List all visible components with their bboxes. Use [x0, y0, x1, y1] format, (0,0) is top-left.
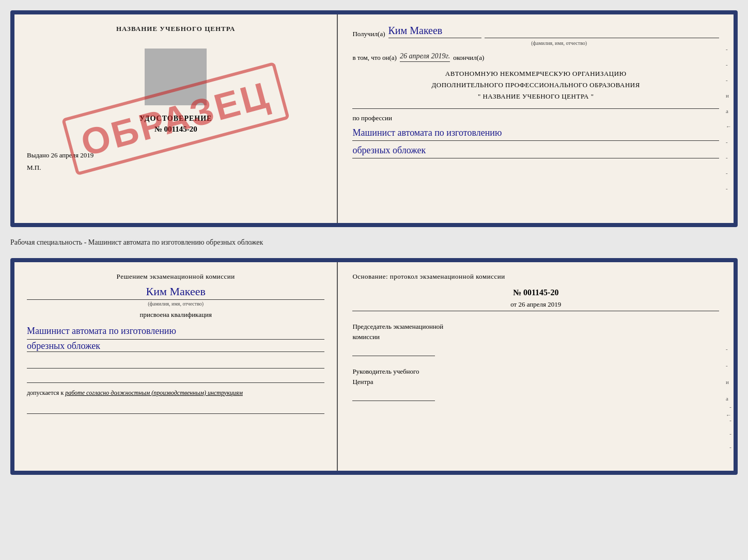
recipient-name-bottom: Ким Макеев [27, 285, 324, 298]
qual-line-2: обрезных обложек [27, 341, 324, 352]
poluchil-label: Получил(а) [352, 30, 385, 38]
ot-label: от [510, 300, 517, 308]
vydano-label: Выдано [27, 151, 49, 159]
po-professii-label: по профессии [352, 114, 719, 122]
bottom-marks-right: ---- [729, 404, 731, 450]
recipient-name-top: Ким Макеев [388, 25, 481, 38]
dopuskaetsya-label: допускается к [27, 389, 64, 396]
ot-date-value: 26 апреля 2019 [518, 300, 561, 308]
udostoverenie-number: № 001145-20 [154, 125, 197, 134]
org-line-1: АВТОНОМНУЮ НЕКОММЕРЧЕСКУЮ ОРГАНИЗАЦИЮ [352, 68, 719, 79]
empty-lines [27, 356, 324, 383]
predsedatel-block: Председатель экзаменационной комиссии [352, 322, 719, 356]
prisvoena-text: присвоена квалификация [27, 311, 324, 319]
rukovoditel-block: Руководитель учебного Центра [352, 366, 719, 401]
vydano-date: 26 апреля 2019 [51, 151, 94, 159]
vtom-row: в том, что он(а) 26 апреля 2019г. окончи… [352, 52, 719, 62]
mp-label: М.П. [27, 164, 41, 172]
okonchil-label: окончил(а) [453, 54, 484, 62]
qual-line-1: Машинист автомата по изготовлению [27, 323, 324, 340]
dopuskaetsya-rest: работе согласно должностным (производств… [65, 389, 243, 396]
cert-left-panel: НАЗВАНИЕ УЧЕБНОГО ЦЕНТРА ОБРАЗЕЦ УДОСТОВ… [14, 14, 338, 223]
vtom-label: в том, что он(а) [352, 54, 397, 62]
empty-line-2 [27, 371, 324, 383]
profession-line-1: Машинист автомата по изготовлению [352, 125, 719, 141]
org-block: АВТОНОМНУЮ НЕКОММЕРЧЕСКУЮ ОРГАНИЗАЦИЮ ДО… [352, 68, 719, 102]
specialty-subtitle: Рабочая специальность - Машинист автомат… [10, 235, 738, 250]
predsedatel-signature-line [352, 346, 435, 356]
dash-line [485, 38, 719, 38]
photo-placeholder [145, 49, 207, 105]
side-marks-top: ---иа←---- [726, 46, 731, 191]
certificate-top: НАЗВАНИЕ УЧЕБНОГО ЦЕНТРА ОБРАЗЕЦ УДОСТОВ… [10, 10, 738, 227]
vydano-line: Выдано 26 апреля 2019 [27, 151, 93, 159]
fio-subtitle-top: (фамилия, имя, отчество) [399, 40, 719, 46]
profession-line-2: обрезных обложек [352, 143, 719, 158]
school-name-header: НАЗВАНИЕ УЧЕБНОГО ЦЕНТРА [116, 25, 236, 33]
org-line-2: ДОПОЛНИТЕЛЬНОГО ПРОФЕССИОНАЛЬНОГО ОБРАЗО… [352, 79, 719, 91]
udostoverenie-title: УДОСТОВЕРЕНИЕ [139, 115, 212, 123]
org-line-3: " НАЗВАНИЕ УЧЕБНОГО ЦЕНТРА " [352, 91, 719, 102]
protocol-number: № 001145-20 [352, 288, 719, 297]
dopuskaetsya-block: допускается к работе согласно должностны… [27, 388, 324, 397]
empty-line-3 [27, 402, 324, 414]
certificate-bottom: Решением экзаменационной комиссии Ким Ма… [10, 258, 738, 475]
cert-bottom-right: Основание: протокол экзаменационной коми… [338, 262, 734, 471]
cert-bottom-left: Решением экзаменационной комиссии Ким Ма… [14, 262, 338, 471]
vtom-date: 26 апреля 2019г. [400, 52, 450, 62]
ot-date-row: от 26 апреля 2019 [352, 300, 719, 311]
fio-subtitle-bottom: (фамилия, имя, отчество) [27, 299, 324, 307]
page-wrapper: НАЗВАНИЕ УЧЕБНОГО ЦЕНТРА ОБРАЗЕЦ УДОСТОВ… [10, 10, 738, 475]
cert-right-panel: Получил(а) Ким Макеев (фамилия, имя, отч… [338, 14, 734, 223]
rukovoditel-signature-line [352, 391, 435, 401]
empty-line-1 [27, 356, 324, 369]
osnovanie-text: Основание: протокол экзаменационной коми… [352, 273, 719, 281]
predsedatel-label: Председатель экзаменационной комиссии [352, 322, 719, 342]
poluchil-row: Получил(а) Ким Макеев [352, 25, 719, 38]
rukovoditel-label: Руководитель учебного Центра [352, 366, 719, 387]
resheniem-text: Решением экзаменационной комиссии [27, 273, 324, 281]
